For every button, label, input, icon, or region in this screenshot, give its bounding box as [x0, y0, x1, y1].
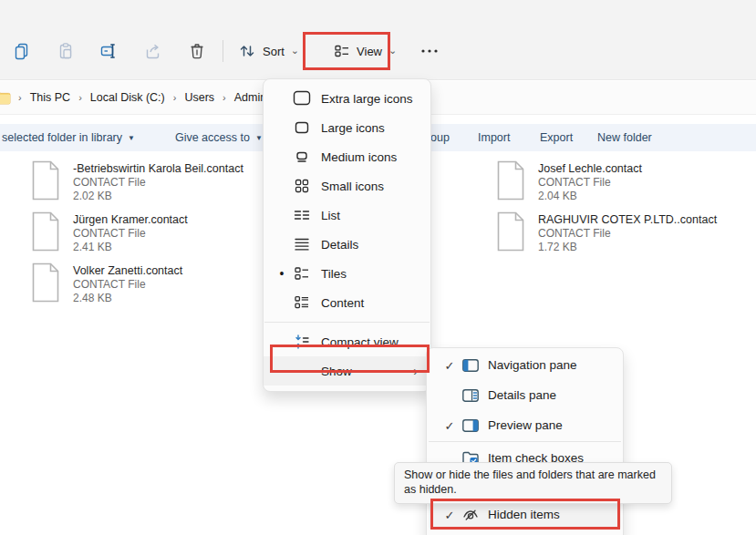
small-icons-icon — [293, 177, 311, 195]
file-size: 1.72 KB — [538, 241, 717, 254]
submenu-item-label: Details pane — [488, 388, 556, 402]
preview-pane-icon — [461, 417, 480, 435]
menu-item-label: Extra large icons — [321, 92, 413, 106]
list-item[interactable]: Jürgen Kramer.contact CONTACT File 2.41 … — [30, 211, 243, 252]
menu-item-large-icons[interactable]: Large icons — [264, 113, 430, 142]
menu-item-small-icons[interactable]: Small icons — [264, 171, 430, 201]
library-dropdown[interactable]: selected folder in library ▼ — [0, 124, 144, 151]
menu-item-label: Content — [321, 296, 364, 310]
menu-item-label: Details — [321, 238, 358, 252]
sort-label: Sort — [263, 45, 285, 58]
see-more-ellipsis-icon — [420, 48, 439, 54]
annotation-box-hidden-items — [430, 499, 620, 530]
menu-item-details[interactable]: Details — [264, 230, 430, 259]
copy-button[interactable] — [0, 35, 44, 67]
caret-down-icon: ▼ — [128, 134, 135, 142]
menu-item-label: Large icons — [321, 121, 385, 135]
menu-item-list[interactable]: List — [264, 201, 430, 230]
details-pane-icon — [461, 386, 480, 405]
file-list-right-column: Josef Lechle.contact CONTACT File 2.04 K… — [495, 160, 717, 252]
file-name: Josef Lechle.contact — [538, 161, 642, 176]
list-item[interactable]: Volker Zanetti.contact CONTACT File 2.48… — [30, 262, 243, 303]
annotation-box-view-button — [303, 32, 390, 70]
share-icon — [143, 41, 163, 61]
menu-item-content[interactable]: Content — [264, 288, 430, 317]
contact-file-icon — [30, 211, 61, 252]
contact-file-icon — [495, 211, 526, 252]
file-explorer-window: Sort ⌄ View ⌄ › This PC › Local Dis — [0, 0, 756, 535]
medium-icons-icon — [293, 148, 311, 166]
new-folder-button[interactable]: New folder — [588, 124, 661, 151]
contact-file-icon — [30, 262, 61, 303]
file-name: Jürgen Kramer.contact — [73, 212, 188, 227]
list-item[interactable]: -Betriebswirtin Karola Beil.contact CONT… — [30, 160, 243, 201]
chevron-right-icon: › — [171, 92, 180, 103]
menu-item-label: List — [321, 209, 340, 222]
breadcrumb-item-users[interactable]: Users — [179, 88, 220, 107]
file-size: 2.02 KB — [73, 190, 243, 203]
rename-button[interactable] — [88, 35, 131, 67]
contact-file-icon — [495, 160, 526, 201]
file-type: CONTACT File — [538, 227, 717, 241]
new-folder-label: New folder — [597, 131, 652, 144]
menu-item-label: Tiles — [321, 267, 347, 281]
import-button[interactable]: Import — [469, 124, 519, 151]
chevron-right-icon: › — [16, 92, 25, 103]
chevron-right-icon: › — [76, 92, 85, 103]
submenu-item-preview-pane[interactable]: Preview pane — [429, 410, 621, 440]
details-icon — [293, 235, 311, 253]
export-button[interactable]: Export — [531, 124, 582, 151]
breadcrumb-item-this-pc[interactable]: This PC — [25, 88, 76, 107]
share-button[interactable] — [131, 35, 175, 67]
chevron-right-icon: › — [220, 92, 229, 103]
folder-icon — [0, 89, 12, 106]
list-icon — [293, 206, 311, 224]
checkmark-icon — [438, 357, 461, 374]
library-dropdown-label: selected folder in library — [2, 131, 122, 144]
tiles-icon — [293, 264, 311, 283]
menu-item-label: Small icons — [321, 180, 384, 193]
selected-bullet-icon — [271, 266, 293, 281]
submenu-item-details-pane[interactable]: Details pane — [429, 380, 621, 410]
contact-group-label: oup — [430, 131, 450, 144]
menu-item-extra-large-icons[interactable]: Extra large icons — [264, 84, 430, 113]
paste-button[interactable] — [44, 35, 88, 67]
menu-separator — [264, 322, 430, 323]
sort-button[interactable]: Sort ⌄ — [227, 35, 310, 67]
give-access-label: Give access to — [175, 131, 250, 144]
list-item[interactable]: RAGHUVIR COTEX P.LTD..contact CONTACT Fi… — [495, 211, 717, 252]
breadcrumb-item-local-disk[interactable]: Local Disk (C:) — [85, 88, 171, 107]
export-label: Export — [540, 131, 573, 144]
paste-icon — [56, 41, 76, 61]
file-name: -Betriebswirtin Karola Beil.contact — [73, 161, 243, 176]
menu-item-tiles[interactable]: Tiles — [264, 259, 430, 288]
file-type: CONTACT File — [73, 176, 243, 190]
large-icons-icon — [293, 118, 311, 137]
delete-button[interactable] — [175, 35, 219, 67]
rename-icon — [98, 41, 120, 61]
caret-down-icon: ▼ — [255, 134, 263, 142]
file-type: CONTACT File — [73, 278, 182, 292]
see-more-button[interactable] — [408, 35, 451, 67]
menu-item-label: Medium icons — [321, 150, 397, 164]
navigation-pane-icon — [461, 356, 480, 375]
annotation-box-show-item — [270, 345, 430, 373]
submenu-item-navigation-pane[interactable]: Navigation pane — [429, 350, 621, 380]
file-name: Volker Zanetti.contact — [73, 263, 182, 278]
file-list-left-column: -Betriebswirtin Karola Beil.contact CONT… — [30, 160, 243, 303]
contact-file-icon — [30, 160, 61, 201]
toolbar-separator — [223, 40, 223, 62]
file-size: 2.04 KB — [538, 190, 642, 203]
sort-icon — [238, 43, 256, 59]
list-item[interactable]: Josef Lechle.contact CONTACT File 2.04 K… — [495, 160, 717, 201]
file-name: RAGHUVIR COTEX P.LTD..contact — [538, 212, 717, 227]
tooltip-text: Show or hide the files and folders that … — [404, 468, 656, 496]
import-label: Import — [478, 131, 510, 144]
menu-item-medium-icons[interactable]: Medium icons — [264, 142, 430, 171]
delete-icon — [187, 41, 207, 61]
submenu-separator — [429, 441, 621, 442]
give-access-dropdown[interactable]: Give access to ▼ — [166, 124, 272, 151]
copy-icon — [12, 41, 32, 61]
submenu-item-label: Preview pane — [488, 418, 563, 432]
chevron-down-icon: ⌄ — [291, 45, 299, 57]
